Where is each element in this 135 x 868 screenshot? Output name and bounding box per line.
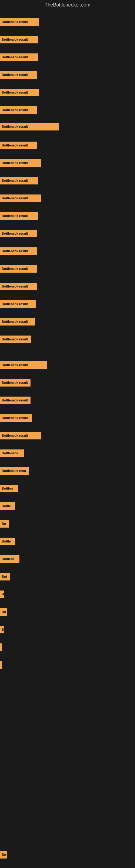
bar-label: Bottle: [2, 504, 11, 508]
bar-item: Bottleneck result: [0, 194, 41, 202]
bar-item: B: [0, 626, 4, 633]
bar-item: Bottleneck result: [0, 397, 31, 404]
bar-label: Bottleneck result: [2, 434, 28, 437]
bar-label: Bo: [2, 610, 6, 614]
bar-item: Bo: [0, 520, 9, 528]
bar-label: Bottlen: [2, 487, 13, 490]
bar-item: Bottleneck result: [0, 212, 38, 220]
bar-label: Bottleneck result: [2, 108, 28, 112]
bar-label: B: [2, 592, 4, 596]
bar-label: Bottleneck result: [2, 284, 28, 288]
bar-label: Bottle: [2, 539, 11, 543]
bar-item: Bottleneck result: [0, 123, 59, 130]
bar-label: Bottleneck result: [2, 249, 28, 253]
bar-label: Bottleneck result: [2, 73, 28, 77]
bar-label: Bottleneck resu: [2, 469, 26, 473]
bar-item: Bottleneck: [0, 450, 24, 457]
chart-container: Bottleneck resultBottleneck resultBottle…: [0, 10, 135, 865]
bar-label: Bottleneck result: [2, 20, 28, 24]
bar-label: Bottleneck result: [2, 320, 28, 323]
bar-item: [0, 643, 2, 651]
bar-item: Bot: [0, 573, 10, 581]
bar-label: Bottleneck result: [2, 416, 28, 420]
bar-item: Bottleneck result: [0, 247, 37, 255]
bar-item: Bottleneck result: [0, 89, 39, 96]
site-title: TheBottlenecker.com: [0, 0, 135, 10]
bar-item: Bottleneck result: [0, 71, 37, 79]
bar-item: Bo: [0, 608, 7, 616]
bar-label: Bottleneck result: [2, 399, 28, 402]
bar-item: Bottle: [0, 502, 15, 510]
bar-label: Bottleneck result: [2, 302, 28, 306]
bar-item: Bottleneck result: [0, 283, 37, 290]
bar-item: Bottlene: [0, 555, 19, 563]
bar-item: Bottleneck result: [0, 414, 32, 422]
bar-label: Bottleneck: [2, 452, 18, 455]
bar-label: Bottleneck result: [2, 91, 28, 94]
bar-label: Bottleneck result: [2, 38, 28, 41]
bar-label: Bottleneck result: [2, 381, 28, 384]
bar-label: Bottleneck result: [2, 125, 28, 129]
bar-item: B: [0, 590, 4, 598]
bar-item: Bottleneck result: [0, 300, 36, 308]
bar-label: Bo: [2, 522, 6, 526]
bar-item: [0, 661, 2, 669]
bar-item: Bottleneck result: [0, 177, 38, 184]
bar-label: Bottleneck result: [2, 231, 28, 236]
bar-item: Bottleneck result: [0, 432, 41, 439]
bar-item: Bottleneck result: [0, 36, 38, 43]
bar-item: Bottleneck result: [0, 336, 31, 343]
bar-item: Bottleneck result: [0, 54, 38, 61]
bar-item: Bottlen: [0, 485, 18, 492]
bar-label: Bottleneck result: [2, 55, 28, 59]
bar-item: Bottleneck result: [0, 265, 37, 273]
bar-label: Bottleneck result: [2, 179, 28, 183]
bar-label: Bot: [2, 575, 7, 579]
bar-label: Bottlene: [2, 557, 14, 561]
bar-label: Bottleneck result: [2, 214, 28, 218]
bar-label: B: [2, 628, 4, 631]
bar-label: Bottleneck result: [2, 144, 28, 147]
bar-item: Bottle: [0, 538, 15, 545]
bar-label: Bottleneck result: [2, 196, 28, 200]
bar-item: Bottleneck result: [0, 159, 41, 167]
bar-item: Bottleneck resu: [0, 467, 29, 475]
bar-label: Bottleneck result: [2, 267, 28, 271]
bar-label: Bo: [2, 853, 6, 857]
bar-label: Bottleneck result: [2, 161, 28, 165]
bar-item: Bottleneck result: [0, 142, 37, 149]
bar-item: Bo: [0, 851, 7, 859]
bar-label: Bottleneck result: [2, 363, 28, 367]
bar-label: Bottleneck result: [2, 337, 28, 341]
bar-item: Bottleneck result: [0, 18, 39, 26]
bar-item: Bottleneck result: [0, 318, 35, 326]
bar-item: Bottleneck result: [0, 230, 37, 237]
bar-item: Bottleneck result: [0, 379, 31, 386]
bar-item: Bottleneck result: [0, 361, 47, 369]
bar-item: Bottleneck result: [0, 106, 37, 114]
